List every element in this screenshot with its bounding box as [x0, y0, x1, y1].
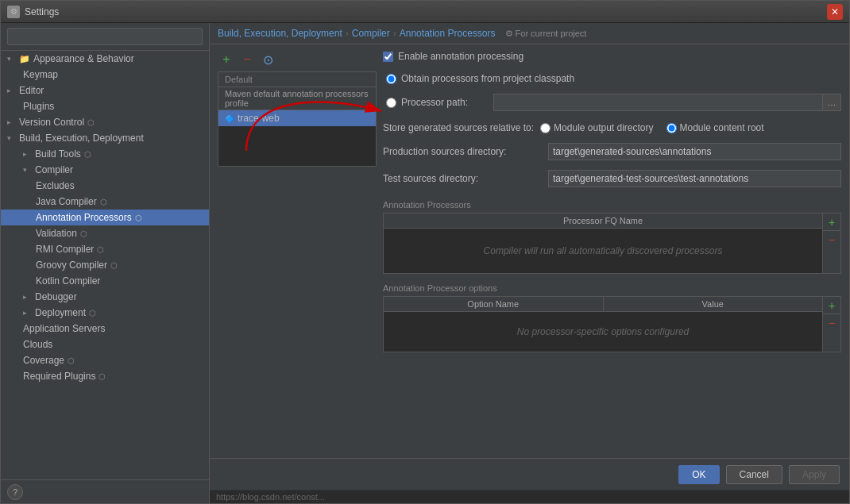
add-profile-button[interactable]: +: [218, 51, 235, 68]
sidebar-item-annotproc[interactable]: Annotation Processors ⬡: [1, 210, 209, 225]
enable-annotation-checkbox[interactable]: [383, 52, 393, 62]
help-button[interactable]: ?: [7, 484, 23, 500]
sidebar-item-plugins[interactable]: Plugins: [1, 98, 209, 114]
production-sources-label: Production sources directory:: [383, 146, 542, 157]
ap-table: Processor FQ Name Compiler will run all …: [383, 213, 823, 274]
opt-section-label: Annotation Processor options: [383, 283, 841, 293]
ap-table-body: Compiler will run all automatically disc…: [384, 229, 822, 273]
ap-add-button[interactable]: +: [823, 214, 840, 231]
content-area: + − ⊙ Default Maven default annotation p…: [210, 44, 849, 458]
sidebar-item-appearance[interactable]: ▾ 📁 Appearance & Behavior: [1, 51, 209, 67]
sidebar-item-rmicompiler[interactable]: RMI Compiler ⬡: [1, 241, 209, 257]
test-sources-input[interactable]: [548, 170, 841, 187]
expand-arrow-bt: ▸: [23, 150, 33, 158]
sidebar-item-requiredplugins[interactable]: Required Plugins ⬡: [1, 368, 209, 384]
opt-table: Option Name Value No processor-specific …: [383, 296, 823, 352]
module-output-radio[interactable]: [540, 123, 551, 133]
expand-arrow-compiler: ▾: [23, 166, 33, 174]
bt-overlay-icon: ⬡: [84, 150, 91, 159]
module-output-option[interactable]: Module output directory: [540, 122, 653, 133]
cancel-button[interactable]: Cancel: [726, 465, 782, 484]
test-sources-row: Test sources directory:: [383, 170, 841, 187]
opt-table-wrap: Option Name Value No processor-specific …: [383, 296, 841, 352]
sidebar-item-build[interactable]: ▾ Build, Execution, Deployment: [1, 130, 209, 146]
value-col: Value: [604, 297, 823, 311]
production-sources-input[interactable]: [548, 143, 841, 160]
obtain-classpath-radio[interactable]: [386, 74, 396, 84]
store-sources-label: Store generated sources relative to:: [383, 122, 534, 133]
processor-path-input[interactable]: [493, 94, 822, 111]
rp-overlay-icon: ⬡: [99, 372, 106, 381]
ap-table-header: Processor FQ Name: [384, 214, 822, 229]
option-name-col: Option Name: [384, 297, 604, 311]
url-bar: https://blog.csdn.net/const...: [210, 490, 849, 503]
window-title: Settings: [25, 6, 827, 17]
copy-profile-button[interactable]: ⊙: [259, 51, 276, 68]
opt-side-buttons: + −: [823, 296, 841, 352]
breadcrumb-build[interactable]: Build, Execution, Deployment: [218, 28, 342, 39]
search-input[interactable]: [7, 28, 203, 45]
annotation-options-section: Annotation Processor options Option Name…: [383, 283, 841, 352]
sidebar-item-excludes[interactable]: Excludes: [1, 178, 209, 194]
right-settings: Enable annotation processing Obtain proc…: [383, 51, 841, 452]
sidebar-item-debugger[interactable]: ▸ Debugger: [1, 289, 209, 305]
sidebar-item-validation[interactable]: Validation ⬡: [1, 225, 209, 241]
sidebar-item-appservers[interactable]: Application Servers: [1, 321, 209, 337]
processor-profiles-panel: + − ⊙ Default Maven default annotation p…: [218, 51, 377, 452]
sidebar-item-keymap[interactable]: Keymap: [1, 67, 209, 83]
folder-icon: 📁: [19, 54, 30, 64]
apply-button[interactable]: Apply: [789, 465, 840, 484]
ap-remove-button[interactable]: −: [823, 231, 840, 248]
processor-path-row: Processor path: …: [383, 94, 841, 111]
ap-overlay-icon: ⬡: [135, 214, 142, 222]
vcs-overlay-icon: ⬡: [87, 118, 95, 127]
sidebar-bottom: ?: [1, 479, 209, 503]
obtain-classpath-label: Obtain processors from project classpath: [401, 73, 574, 84]
sidebar-tree: ▾ 📁 Appearance & Behavior Keymap ▸ Edito…: [1, 51, 209, 479]
sidebar-item-vcs[interactable]: ▸ Version Control ⬡: [1, 114, 209, 130]
trace-web-item[interactable]: 🔷 trace-web: [218, 110, 376, 126]
sidebar-item-javacompiler[interactable]: Java Compiler ⬡: [1, 194, 209, 210]
enable-annotation-row: Enable annotation processing: [383, 51, 841, 62]
rmi-overlay-icon: ⬡: [97, 245, 104, 254]
ok-button[interactable]: OK: [678, 465, 719, 484]
sidebar-item-clouds[interactable]: Clouds: [1, 337, 209, 352]
expand-arrow-debugger: ▸: [23, 293, 33, 301]
sidebar-item-coverage[interactable]: Coverage ⬡: [1, 352, 209, 368]
annotation-processors-section: Annotation Processors Processor FQ Name …: [383, 200, 841, 274]
gc-overlay-icon: ⬡: [110, 261, 118, 270]
remove-profile-button[interactable]: −: [238, 51, 256, 68]
ap-side-buttons: + −: [823, 213, 841, 274]
opt-remove-button[interactable]: −: [823, 314, 840, 332]
expand-arrow-vcs: ▸: [7, 118, 17, 126]
sidebar-item-buildtools[interactable]: ▸ Build Tools ⬡: [1, 146, 209, 162]
sidebar-item-deployment[interactable]: ▸ Deployment ⬡: [1, 305, 209, 321]
processor-profiles-list: Default Maven default annotation process…: [218, 71, 377, 167]
sidebar-item-groovycompiler[interactable]: Groovy Compiler ⬡: [1, 257, 209, 273]
enable-annotation-label: Enable annotation processing: [398, 51, 524, 62]
main-panel: Build, Execution, Deployment › Compiler …: [210, 23, 849, 503]
expand-arrow-editor: ▸: [7, 87, 17, 94]
opt-add-button[interactable]: +: [823, 297, 840, 314]
cov-overlay-icon: ⬡: [68, 356, 75, 365]
module-content-root-option[interactable]: Module content root: [666, 122, 764, 133]
sidebar-item-kotlincompiler[interactable]: Kotlin Compiler: [1, 273, 209, 289]
sidebar-item-compiler[interactable]: ▾ Compiler: [1, 162, 209, 178]
toolbar: + − ⊙: [218, 51, 377, 68]
breadcrumb-compiler[interactable]: Compiler: [352, 28, 390, 39]
ap-section-label: Annotation Processors: [383, 200, 841, 210]
production-sources-row: Production sources directory:: [383, 143, 841, 160]
project-scope: ⚙ For current project: [505, 29, 587, 39]
window-icon: ⚙: [7, 6, 20, 18]
search-box[interactable]: [1, 23, 209, 51]
close-button[interactable]: ✕: [827, 4, 843, 20]
opt-table-body: No processor-specific options configured: [384, 312, 822, 352]
breadcrumb: Build, Execution, Deployment › Compiler …: [210, 23, 849, 44]
store-sources-row: Store generated sources relative to: Mod…: [383, 122, 841, 133]
breadcrumb-current: Annotation Processors: [400, 28, 496, 39]
sidebar-item-editor[interactable]: ▸ Editor: [1, 83, 209, 98]
processor-path-radio[interactable]: [386, 98, 396, 108]
browse-button[interactable]: …: [822, 94, 841, 111]
main-content: ▾ 📁 Appearance & Behavior Keymap ▸ Edito…: [1, 23, 849, 503]
module-content-root-radio[interactable]: [666, 123, 677, 133]
